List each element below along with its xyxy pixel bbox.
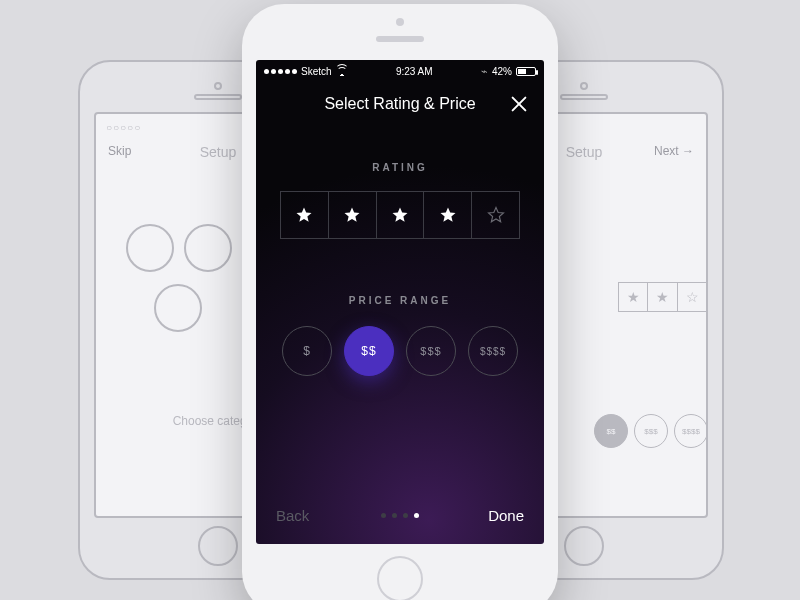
page-title: Select Rating & Price [324, 95, 475, 113]
star-5[interactable] [472, 191, 520, 239]
svg-marker-1 [345, 208, 360, 222]
wifi-icon [336, 67, 348, 76]
svg-marker-3 [440, 208, 455, 222]
wireframe-stars: ★★☆ [618, 282, 708, 312]
rating-selector[interactable] [280, 191, 520, 239]
rating-label: RATING [256, 162, 544, 173]
star-1[interactable] [280, 191, 329, 239]
home-button[interactable] [377, 556, 423, 600]
status-bar: Sketch 9:23 AM ⌁ 42% [256, 60, 544, 82]
device-frame: Sketch 9:23 AM ⌁ 42% Select Rating & Pri… [242, 4, 558, 600]
wireframe-prices: $$ $$$ $$$$ [594, 414, 708, 448]
back-button[interactable]: Back [276, 507, 309, 524]
star-2[interactable] [329, 191, 377, 239]
wireframe-next: Next → [654, 144, 694, 158]
svg-marker-2 [392, 208, 407, 222]
star-3[interactable] [377, 191, 425, 239]
price-label: PRICE RANGE [256, 295, 544, 306]
clock: 9:23 AM [396, 66, 433, 77]
price-option-3[interactable]: $$$ [406, 326, 456, 376]
star-4[interactable] [424, 191, 472, 239]
battery-pct: 42% [492, 66, 512, 77]
price-option-2[interactable]: $$ [344, 326, 394, 376]
close-icon[interactable] [508, 93, 530, 115]
bluetooth-icon: ⌁ [481, 65, 488, 78]
price-option-1[interactable]: $ [282, 326, 332, 376]
battery-icon [516, 67, 536, 76]
carrier-label: Sketch [301, 66, 332, 77]
done-button[interactable]: Done [488, 507, 524, 524]
app-screen: Sketch 9:23 AM ⌁ 42% Select Rating & Pri… [256, 60, 544, 544]
price-selector[interactable]: $$$$$$$$$$ [256, 326, 544, 376]
page-indicator [381, 513, 419, 518]
wireframe-status: ○○○○○ [106, 122, 141, 133]
price-option-4[interactable]: $$$$ [468, 326, 518, 376]
svg-marker-4 [488, 208, 503, 222]
signal-icon [264, 69, 297, 74]
svg-marker-0 [297, 208, 312, 222]
